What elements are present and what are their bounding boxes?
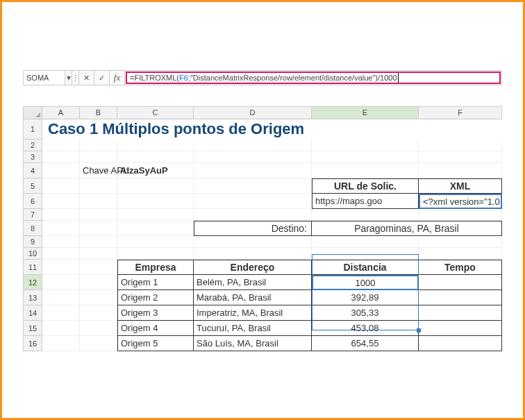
td-endereco[interactable]: Marabá, PA, Brasil: [194, 290, 312, 305]
row-header[interactable]: 15: [23, 321, 42, 336]
td-endereco[interactable]: Imperatriz, MA, Brasil: [194, 305, 312, 321]
cell[interactable]: [42, 140, 80, 151]
cell[interactable]: [80, 221, 117, 236]
row-header[interactable]: 7: [23, 209, 42, 221]
cell[interactable]: [42, 178, 80, 194]
cell[interactable]: [80, 178, 117, 194]
column-header-C[interactable]: C: [117, 106, 194, 119]
row-header[interactable]: 10: [23, 248, 42, 260]
cell[interactable]: [117, 194, 194, 209]
cell[interactable]: [42, 290, 80, 305]
cell[interactable]: [80, 209, 117, 221]
cell[interactable]: [194, 236, 312, 248]
cell[interactable]: [42, 236, 80, 248]
row-header[interactable]: 4: [23, 163, 42, 178]
td-empresa[interactable]: Origem 4: [117, 321, 194, 336]
td-empresa[interactable]: Origem 2: [117, 290, 194, 305]
cell[interactable]: [42, 163, 80, 178]
cell[interactable]: [42, 260, 80, 275]
insert-function-icon[interactable]: fx: [110, 71, 125, 85]
cell[interactable]: [117, 221, 194, 236]
cell[interactable]: [80, 248, 117, 260]
td-distancia[interactable]: 392,89: [312, 290, 419, 305]
cell[interactable]: [42, 305, 80, 321]
cell[interactable]: [194, 151, 312, 163]
row-header[interactable]: 14: [23, 305, 42, 321]
th-endereco[interactable]: Endereço: [194, 260, 312, 275]
td-distancia[interactable]: 453,08: [312, 321, 419, 336]
cell[interactable]: [312, 163, 419, 178]
cell[interactable]: [42, 194, 80, 209]
cell[interactable]: [80, 290, 117, 305]
row-header[interactable]: 5: [23, 178, 42, 194]
cell[interactable]: [312, 140, 419, 151]
cell[interactable]: [194, 248, 312, 260]
selection-fill-handle[interactable]: [417, 328, 421, 333]
api-key-value[interactable]: AIzaSyAuP: [117, 163, 194, 178]
cell[interactable]: [42, 336, 80, 351]
cell[interactable]: [419, 140, 502, 151]
cell[interactable]: [117, 151, 194, 163]
cell[interactable]: [117, 178, 194, 194]
td-empresa[interactable]: Origem 5: [117, 336, 194, 351]
td-tempo[interactable]: [419, 321, 502, 336]
cell[interactable]: [117, 236, 194, 248]
cell[interactable]: [80, 236, 117, 248]
column-header-B[interactable]: B: [80, 106, 117, 119]
td-tempo[interactable]: [419, 275, 502, 290]
row-header[interactable]: 1: [23, 119, 42, 140]
enter-icon[interactable]: ✓: [94, 71, 110, 85]
url-value-cell[interactable]: https://maps.goo: [312, 194, 419, 209]
td-endereco[interactable]: São Luís, MA, Brasil: [194, 336, 312, 351]
formula-input[interactable]: =FILTROXML(F6;"DistanceMatrixResponse/ro…: [126, 72, 501, 84]
cell[interactable]: [312, 236, 419, 248]
row-header[interactable]: 9: [23, 236, 42, 248]
td-endereco[interactable]: Belém, PA, Brasil: [194, 275, 312, 290]
row-header[interactable]: 11: [23, 260, 42, 275]
cell[interactable]: [117, 248, 194, 260]
cell[interactable]: [419, 163, 502, 178]
cell[interactable]: [312, 151, 419, 163]
td-tempo[interactable]: [419, 290, 502, 305]
cell[interactable]: [194, 209, 312, 221]
cell[interactable]: [80, 260, 117, 275]
td-empresa[interactable]: Origem 3: [117, 305, 194, 321]
cell[interactable]: [80, 194, 117, 209]
destino-value[interactable]: Paragominas, PA, Brasil: [312, 221, 502, 236]
td-tempo[interactable]: [419, 336, 502, 351]
cell[interactable]: [80, 336, 117, 351]
cell[interactable]: [42, 321, 80, 336]
cell[interactable]: [312, 209, 419, 221]
cell[interactable]: [312, 248, 419, 260]
cell[interactable]: [80, 305, 117, 321]
cell[interactable]: [419, 151, 502, 163]
cell[interactable]: [80, 140, 117, 151]
th-distancia[interactable]: Distancia: [312, 260, 419, 275]
cell[interactable]: [80, 275, 117, 290]
cell[interactable]: [42, 221, 80, 236]
select-all-corner[interactable]: [23, 106, 42, 119]
cell[interactable]: [42, 275, 80, 290]
header-xml[interactable]: XML: [419, 178, 502, 194]
th-tempo[interactable]: Tempo: [419, 260, 502, 275]
column-header-F[interactable]: F: [419, 106, 502, 119]
cell[interactable]: [42, 209, 80, 221]
td-tempo[interactable]: [419, 305, 502, 321]
cancel-icon[interactable]: ✕: [79, 71, 94, 85]
column-header-A[interactable]: A: [42, 106, 80, 119]
cell[interactable]: [419, 236, 502, 248]
row-header[interactable]: 16: [23, 336, 42, 351]
td-endereco[interactable]: Tucuruí, PA, Brasil: [194, 321, 312, 336]
cell[interactable]: [80, 151, 117, 163]
cell[interactable]: [117, 209, 194, 221]
th-empresa[interactable]: Empresa: [117, 260, 194, 275]
td-distancia[interactable]: 305,33: [312, 305, 419, 321]
row-header[interactable]: 3: [23, 151, 42, 163]
cell[interactable]: [42, 248, 80, 260]
cell[interactable]: [80, 321, 117, 336]
cell[interactable]: [194, 140, 312, 151]
cell[interactable]: [194, 163, 312, 178]
cell[interactable]: [194, 194, 312, 209]
cell[interactable]: [419, 248, 502, 260]
cell[interactable]: [194, 178, 312, 194]
